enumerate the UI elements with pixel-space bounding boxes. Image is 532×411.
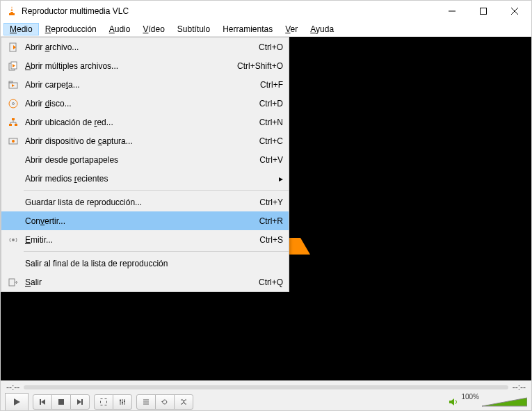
menu-ver[interactable]: Ver: [279, 23, 304, 35]
disc-icon: [6, 99, 21, 108]
multi-file-icon: [6, 61, 21, 71]
svg-marker-10: [13, 45, 16, 49]
svg-rect-37: [101, 399, 107, 405]
svg-marker-47: [161, 401, 163, 403]
menu-open-folder[interactable]: Abrir carpeta... Ctrl+F: [1, 75, 289, 94]
volume-percent: 100%: [461, 393, 479, 401]
svg-rect-4: [480, 8, 486, 15]
svg-marker-48: [449, 398, 454, 405]
next-button[interactable]: [70, 394, 90, 410]
menu-open-recent[interactable]: Abrir medios recientes ▸: [1, 169, 289, 188]
svg-point-27: [12, 140, 15, 143]
svg-marker-16: [12, 84, 15, 87]
shuffle-button[interactable]: [174, 394, 193, 410]
minimize-button[interactable]: [436, 1, 467, 22]
vlc-cone-icon: [6, 6, 17, 17]
menu-open-clipboard[interactable]: Abrir desde portapapeles Ctrl+V: [1, 150, 289, 169]
menu-save-playlist[interactable]: Guardar lista de reproducción... Ctrl+Y: [1, 193, 289, 211]
speaker-icon: [449, 397, 458, 407]
menu-convert[interactable]: Convertir... Ctrl+R: [1, 211, 289, 230]
svg-point-17: [9, 99, 17, 108]
stop-button[interactable]: [51, 394, 71, 410]
svg-rect-0: [9, 13, 15, 15]
svg-marker-49: [482, 398, 527, 406]
svg-marker-32: [41, 399, 45, 405]
svg-rect-42: [122, 402, 123, 403]
menu-open-network[interactable]: Abrir ubicación de red... Ctrl+N: [1, 113, 289, 131]
network-icon: [6, 118, 21, 127]
close-button[interactable]: [499, 1, 530, 22]
separator: [24, 190, 289, 191]
svg-point-18: [13, 102, 15, 104]
menu-open-multiple[interactable]: Abrir múltiples archivos... Ctrl+Shift+O: [1, 56, 289, 75]
window-title: Reproductor multimedia VLC: [22, 6, 436, 16]
controls-bar: --:-- --:-- 100%: [1, 380, 531, 411]
play-button[interactable]: [5, 393, 29, 411]
menu-reproduccion[interactable]: Reproducción: [39, 23, 103, 35]
svg-rect-34: [58, 399, 64, 405]
svg-rect-20: [9, 124, 12, 126]
svg-marker-35: [77, 399, 81, 405]
video-area: Abrir archivo... Ctrl+O Abrir múltiples …: [1, 37, 531, 380]
ext-settings-button[interactable]: [113, 394, 132, 410]
quit-icon: [6, 277, 21, 287]
fullscreen-button[interactable]: [94, 394, 113, 410]
menu-herramientas[interactable]: Herramientas: [216, 23, 279, 35]
svg-rect-1: [11, 8, 13, 10]
menubar: Medio Reproducción Audio Vídeo Subtítulo…: [1, 22, 531, 37]
menu-audio[interactable]: Audio: [103, 23, 137, 35]
svg-point-28: [12, 239, 15, 241]
menu-quit-after-playlist[interactable]: Salir al final de la lista de reproducci…: [1, 254, 289, 273]
titlebar: Reproductor multimedia VLC: [1, 1, 531, 22]
svg-rect-15: [9, 81, 13, 83]
menu-video[interactable]: Vídeo: [136, 23, 170, 35]
maximize-button[interactable]: [467, 1, 499, 22]
loop-button[interactable]: [155, 394, 175, 410]
menu-medio[interactable]: Medio: [3, 23, 39, 35]
seek-row: --:-- --:--: [1, 381, 531, 393]
seek-slider[interactable]: [24, 385, 508, 389]
menu-open-capture[interactable]: Abrir dispositivo de captura... Ctrl+C: [1, 131, 289, 150]
time-elapsed: --:--: [6, 382, 19, 392]
folder-icon: [6, 80, 21, 90]
svg-marker-31: [14, 398, 20, 405]
svg-rect-43: [124, 401, 125, 402]
svg-rect-33: [40, 399, 41, 405]
menu-open-file[interactable]: Abrir archivo... Ctrl+O: [1, 38, 289, 56]
menu-open-disc[interactable]: Abrir disco... Ctrl+D: [1, 94, 289, 113]
prev-button[interactable]: [33, 394, 52, 410]
menu-quit[interactable]: Salir Ctrl+Q: [1, 273, 289, 291]
svg-rect-2: [10, 11, 13, 13]
medio-dropdown: Abrir archivo... Ctrl+O Abrir múltiples …: [1, 37, 289, 292]
playback-controls: 100%: [1, 393, 531, 411]
svg-rect-21: [15, 124, 17, 126]
svg-rect-19: [12, 118, 15, 120]
menu-ayuda[interactable]: Ayuda: [304, 23, 340, 35]
volume-slider[interactable]: [482, 396, 527, 408]
svg-rect-29: [9, 279, 15, 286]
svg-rect-41: [120, 400, 121, 401]
submenu-arrow-icon: ▸: [279, 174, 283, 184]
menu-stream[interactable]: Emitir... Ctrl+S: [1, 230, 289, 249]
file-icon: [6, 42, 21, 52]
svg-rect-36: [81, 399, 83, 405]
playlist-button[interactable]: [136, 394, 156, 410]
capture-icon: [6, 136, 21, 146]
menu-subtitulo[interactable]: Subtítulo: [171, 23, 216, 35]
separator: [24, 251, 289, 252]
time-total: --:--: [513, 382, 526, 392]
volume-control[interactable]: 100%: [449, 396, 527, 408]
stream-icon: [6, 235, 21, 245]
